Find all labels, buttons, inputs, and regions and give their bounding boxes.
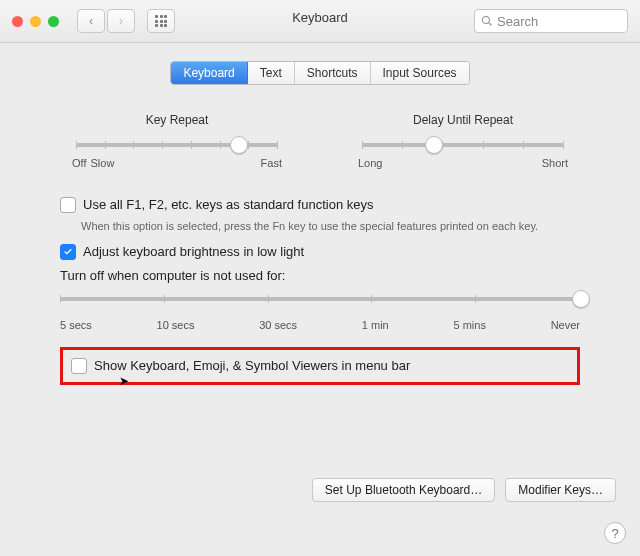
options: Use all F1, F2, etc. keys as standard fu… [60,197,580,385]
grid-icon [155,15,167,27]
delay-repeat-knob[interactable] [425,136,443,154]
minimize-window-icon[interactable] [30,16,41,27]
turnoff-header: Turn off when computer is not used for: [60,268,580,283]
nav-buttons: ‹ › [77,9,135,33]
use-fn-label: Use all F1, F2, etc. keys as standard fu… [83,197,373,212]
key-repeat-fast-label: Fast [261,157,282,169]
use-fn-hint: When this option is selected, press the … [81,219,580,234]
tick-5s: 5 secs [60,319,92,331]
tab-keyboard[interactable]: Keyboard [171,62,247,84]
show-all-button[interactable] [147,9,175,33]
cursor-icon: ➤ [119,374,129,388]
brightness-label: Adjust keyboard brightness in low light [83,244,304,259]
delay-repeat-title: Delay Until Repeat [358,113,568,127]
preferences-window: ‹ › Keyboard Search Keyboard Text Shortc… [0,0,640,556]
setup-bluetooth-button[interactable]: Set Up Bluetooth Keyboard… [312,478,495,502]
key-repeat-slow-label: Slow [90,157,114,169]
tick-10s: 10 secs [157,319,195,331]
show-viewers-label: Show Keyboard, Emoji, & Symbol Viewers i… [94,358,410,373]
tick-30s: 30 secs [259,319,297,331]
search-placeholder: Search [497,14,538,29]
show-viewers-checkbox[interactable] [71,358,87,374]
window-controls [12,16,59,27]
delay-short-label: Short [542,157,568,169]
chevron-left-icon: ‹ [89,14,93,28]
key-repeat-block: Key Repeat Off Slow Fast [72,113,282,169]
content: Keyboard Text Shortcuts Input Sources Ke… [0,43,640,556]
brightness-checkbox[interactable] [60,244,76,260]
tick-1m: 1 min [362,319,389,331]
use-fn-checkbox[interactable] [60,197,76,213]
close-window-icon[interactable] [12,16,23,27]
search-field[interactable]: Search [474,9,628,33]
footer-buttons: Set Up Bluetooth Keyboard… Modifier Keys… [312,478,616,502]
tab-shortcuts[interactable]: Shortcuts [295,62,371,84]
key-repeat-title: Key Repeat [72,113,282,127]
titlebar: ‹ › Keyboard Search [0,0,640,43]
delay-repeat-slider[interactable] [362,143,564,147]
back-button[interactable]: ‹ [77,9,105,33]
key-repeat-knob[interactable] [230,136,248,154]
zoom-window-icon[interactable] [48,16,59,27]
brightness-row: Adjust keyboard brightness in low light [60,244,580,260]
use-fn-row: Use all F1, F2, etc. keys as standard fu… [60,197,580,213]
turnoff-labels: 5 secs 10 secs 30 secs 1 min 5 mins Neve… [60,319,580,331]
tabs: Keyboard Text Shortcuts Input Sources [170,61,469,85]
tab-text[interactable]: Text [248,62,295,84]
modifier-keys-button[interactable]: Modifier Keys… [505,478,616,502]
chevron-right-icon: › [119,14,123,28]
tab-bar: Keyboard Text Shortcuts Input Sources [24,61,616,85]
key-repeat-slider[interactable] [76,143,278,147]
tab-input-sources[interactable]: Input Sources [371,62,469,84]
search-icon [481,15,493,27]
turnoff-knob[interactable] [572,290,590,308]
turnoff-slider-block: 5 secs 10 secs 30 secs 1 min 5 mins Neve… [60,297,580,331]
key-repeat-off-label: Off [72,157,86,169]
forward-button[interactable]: › [107,9,135,33]
check-icon [63,247,73,257]
help-button[interactable]: ? [604,522,626,544]
show-viewers-row: Show Keyboard, Emoji, & Symbol Viewers i… [60,347,580,385]
turnoff-slider[interactable] [60,297,580,301]
tick-5m: 5 mins [453,319,485,331]
repeat-sliders: Key Repeat Off Slow Fast Delay Until Rep… [24,113,616,169]
tick-never: Never [551,319,580,331]
delay-long-label: Long [358,157,382,169]
delay-repeat-block: Delay Until Repeat Long Short [358,113,568,169]
